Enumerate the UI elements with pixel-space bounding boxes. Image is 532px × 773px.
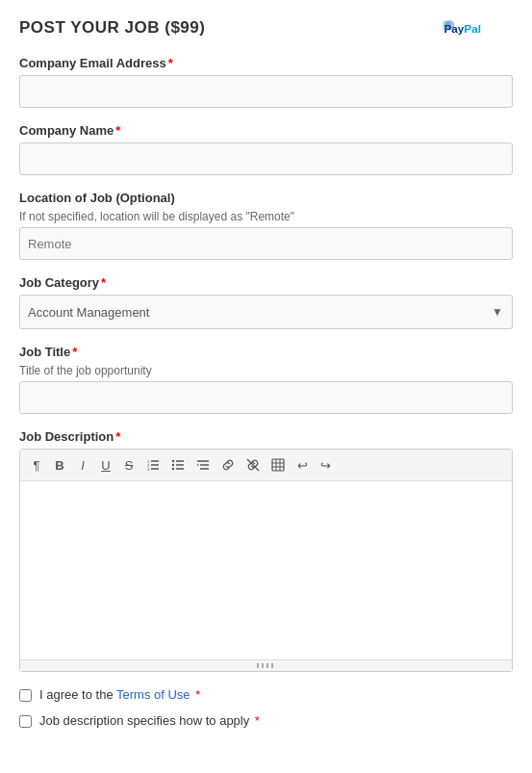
redo-button[interactable]: ↪ <box>315 454 336 476</box>
svg-point-11 <box>172 464 174 466</box>
unlink-button[interactable] <box>241 454 265 476</box>
job-category-select[interactable]: Account Management Engineering Design Ma… <box>19 295 513 329</box>
paragraph-button[interactable]: ¶ <box>26 454 47 476</box>
terms-checkbox[interactable] <box>19 689 32 702</box>
unordered-list-button[interactable] <box>166 454 190 476</box>
job-title-input[interactable] <box>19 381 513 414</box>
terms-checkbox-group: I agree to the Terms of Use * <box>19 687 513 702</box>
svg-text:3.: 3. <box>147 467 150 472</box>
bold-button[interactable]: B <box>49 454 70 476</box>
strikethrough-button[interactable]: S <box>118 454 139 476</box>
editor-resize-handle[interactable] <box>20 659 512 671</box>
job-description-label: Job Description* <box>19 429 513 444</box>
paypal-icon: PayPal <box>443 17 513 39</box>
location-group: Location of Job (Optional) If not specif… <box>19 191 513 260</box>
company-email-group: Company Email Address* <box>19 56 513 108</box>
required-star: * <box>101 275 106 290</box>
svg-rect-19 <box>272 459 284 471</box>
resize-dots-icon <box>257 663 276 668</box>
editor-content-area[interactable] <box>20 481 512 659</box>
job-category-label: Job Category* <box>19 275 513 290</box>
italic-button[interactable]: I <box>72 454 93 476</box>
company-email-input[interactable] <box>19 75 513 108</box>
required-star: * <box>115 123 120 138</box>
underline-button[interactable]: U <box>95 454 116 476</box>
location-input[interactable] <box>19 227 513 260</box>
description-checkbox[interactable] <box>19 715 32 728</box>
company-name-label: Company Name* <box>19 123 513 138</box>
editor-toolbar: ¶ B I U S 1. 2. 3. <box>20 450 512 481</box>
job-title-hint: Title of the job opportunity <box>19 364 513 377</box>
link-button[interactable] <box>216 454 240 476</box>
required-star: * <box>192 687 201 702</box>
rich-text-editor: ¶ B I U S 1. 2. 3. <box>19 449 513 672</box>
svg-point-9 <box>172 460 174 462</box>
company-name-group: Company Name* <box>19 123 513 175</box>
svg-point-13 <box>172 468 174 470</box>
page-title: POST YOUR JOB ($99) <box>19 18 205 38</box>
table-button[interactable] <box>266 454 290 476</box>
job-title-label: Job Title* <box>19 345 513 359</box>
location-label: Location of Job (Optional) <box>19 191 513 205</box>
job-description-group: Job Description* ¶ B I U S 1. 2. 3. <box>19 429 513 672</box>
job-category-group: Job Category* Account Management Enginee… <box>19 275 513 329</box>
terms-of-use-link[interactable]: Terms of Use <box>116 687 190 702</box>
indent-button[interactable] <box>191 454 215 476</box>
ordered-list-button[interactable]: 1. 2. 3. <box>141 454 165 476</box>
job-category-select-wrapper: Account Management Engineering Design Ma… <box>19 295 513 329</box>
required-star: * <box>115 429 120 444</box>
job-title-group: Job Title* Title of the job opportunity <box>19 345 513 414</box>
paypal-logo: PayPal <box>443 17 513 39</box>
required-star: * <box>251 713 260 728</box>
company-name-input[interactable] <box>19 142 513 175</box>
location-hint: If not specified, location will be displ… <box>19 210 513 223</box>
description-checkbox-group: Job description specifies how to apply * <box>19 713 513 728</box>
svg-point-2 <box>444 20 454 30</box>
required-star: * <box>72 345 77 359</box>
page-header: POST YOUR JOB ($99) PayPal <box>19 10 513 39</box>
required-star: * <box>168 56 173 70</box>
terms-checkbox-label[interactable]: I agree to the Terms of Use * <box>39 687 200 702</box>
company-email-label: Company Email Address* <box>19 56 513 70</box>
undo-button[interactable]: ↩ <box>291 454 313 476</box>
description-checkbox-label[interactable]: Job description specifies how to apply * <box>39 713 260 728</box>
